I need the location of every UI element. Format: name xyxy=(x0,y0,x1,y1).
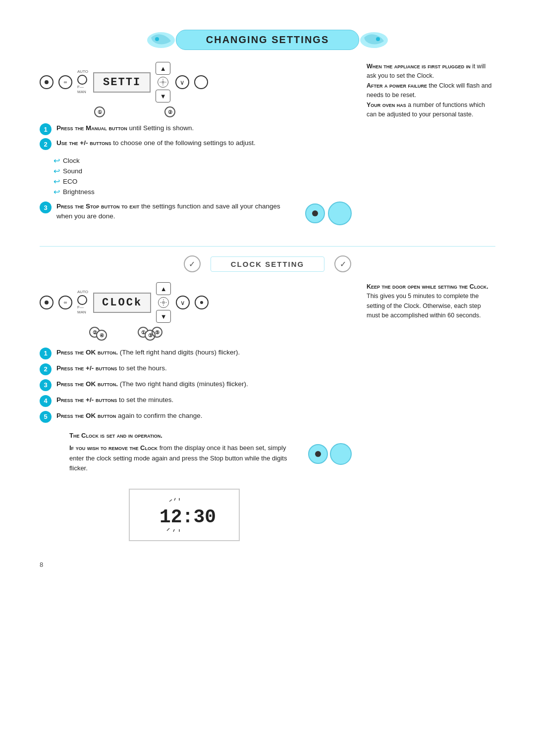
final-stop-button-icon[interactable] xyxy=(308,444,328,464)
clock-step-3-text: Press the OK button. (The two right hand… xyxy=(56,379,248,389)
clock-step-3-badge: 3 xyxy=(40,379,52,391)
svg-point-3 xyxy=(376,37,380,41)
chevron-left-icon[interactable]: ✓ xyxy=(184,255,201,272)
settings-left-col: ∞ AUTO F— MAN SETTI ▲ ▼ ∨ xyxy=(40,62,352,237)
final-stop-button-visual xyxy=(308,443,352,465)
decorative-left-icon xyxy=(146,30,176,50)
final-stop-large-circle xyxy=(330,443,352,465)
clock-right-dot xyxy=(200,301,203,304)
stop-large-circle xyxy=(328,202,352,225)
badge-135-container: ① ③ ⑤ xyxy=(138,327,157,341)
section-header-changing-settings: CHANGING SETTINGS xyxy=(40,30,495,50)
clock-step-2-text: Press the +/- buttons to set the hours. xyxy=(56,363,167,373)
badges-row-clock: ② ④ ① ③ ⑤ xyxy=(89,327,352,341)
clock-step-5: 5 Press the OK button again to confirm t… xyxy=(40,411,352,423)
clock-step-1-badge: 1 xyxy=(40,348,52,359)
bullet-eco: ↩ECO xyxy=(54,177,352,186)
clock-step-5-text: Press the OK button again to confirm the… xyxy=(56,411,202,421)
changing-settings-title: CHANGING SETTINGS xyxy=(176,30,359,50)
clock-section-header: ✓ CLOCK SETTING ✓ xyxy=(40,255,495,272)
clock-infinity-button: ∞ xyxy=(58,296,72,309)
arrow-brightness-icon: ↩ xyxy=(54,187,60,197)
final-stop-dot xyxy=(315,451,321,457)
svg-line-18 xyxy=(173,529,174,532)
svg-line-15 xyxy=(174,498,175,501)
chevron-right-icon[interactable]: ✓ xyxy=(334,255,351,272)
arrow-sound-icon: ↩ xyxy=(54,166,60,176)
v-symbol: ∨ xyxy=(180,79,185,86)
clock-v-button[interactable]: ∨ xyxy=(176,296,190,309)
settings-steps-list: 1 Press the Manual button until Setting … xyxy=(40,123,352,150)
radio-button-icon xyxy=(40,75,54,89)
right-button-icon[interactable] xyxy=(194,75,208,89)
clock-side-note: Keep the door open while setting the Clo… xyxy=(367,282,495,541)
control-strip-settings: ∞ AUTO F— MAN SETTI ▲ ▼ ∨ xyxy=(40,62,352,102)
clock-step-3: 3 Press the OK button. (The two right ha… xyxy=(40,379,352,391)
stop-dot-icon xyxy=(312,210,318,216)
mode-circle xyxy=(77,75,87,85)
arrow-eco-icon: ↩ xyxy=(54,177,60,186)
step-1-item: 1 Press the Manual button until Setting … xyxy=(40,123,352,135)
clock-step-4-text: Press the +/- buttons to set the minutes… xyxy=(56,395,173,405)
clock-step-2-badge: 2 xyxy=(40,363,52,375)
v-button-icon[interactable]: ∨ xyxy=(175,75,189,89)
clock-step-1-text: Press the OK button. (The left right han… xyxy=(56,348,240,357)
clock-radio-button-icon xyxy=(40,296,54,309)
clock-minus-button[interactable]: ▼ xyxy=(156,310,171,323)
clock-mode-stack: AUTO F— MAN xyxy=(77,290,88,315)
settings-side-note: When the appliance is first plugged in i… xyxy=(367,62,495,237)
settings-control-area: ∞ AUTO F— MAN SETTI ▲ ▼ ∨ xyxy=(40,62,495,237)
sun-icon xyxy=(158,77,168,88)
step-3-text: Press the Stop button to exit the settin… xyxy=(56,202,290,222)
plus-minus-control: ▲ ▼ xyxy=(156,62,170,102)
chevron-left-symbol: ✓ xyxy=(189,259,195,269)
side-note-text: When the appliance is first plugged in i… xyxy=(367,62,495,119)
step-2-badge: 2 xyxy=(40,138,52,150)
final-note-content: If you wish to remove the Clock from the… xyxy=(69,443,352,474)
plus-button[interactable]: ▲ xyxy=(156,62,170,75)
svg-text:12:30: 12:30 xyxy=(160,506,216,528)
svg-line-17 xyxy=(167,528,169,531)
clock-step-2: 2 Press the +/- buttons to set the hours… xyxy=(40,363,352,375)
step-2-text: Use the +/- buttons to choose one of the… xyxy=(56,138,256,148)
clock-f-label: F— xyxy=(77,305,84,310)
page-number: 8 xyxy=(40,561,495,568)
stop-button-icon[interactable] xyxy=(305,203,325,223)
clock-plus-minus-control: ▲ ▼ xyxy=(156,282,171,323)
infinity-button-icon: ∞ xyxy=(58,75,72,89)
clock-steps-list: 1 Press the OK button. (The left right h… xyxy=(40,348,352,423)
clock-step-1: 1 Press the OK button. (The left right h… xyxy=(40,348,352,359)
final-note-box: The Clock is set and in operation. If yo… xyxy=(69,431,352,474)
clock-v-symbol: ∨ xyxy=(180,299,185,306)
clock-man-label: MAN xyxy=(77,310,86,315)
decorative-right-icon xyxy=(359,30,389,50)
badges-row-settings: ① ② xyxy=(94,106,352,117)
svg-point-4 xyxy=(161,81,164,84)
clock-step-4: 4 Press the +/- buttons to set the minut… xyxy=(40,395,352,407)
clock-display: CLOCk xyxy=(93,293,151,313)
badge-1-settings: ① xyxy=(94,106,105,117)
minus-button[interactable]: ▼ xyxy=(156,90,170,102)
step-1-text: Press the Manual button until Setting is… xyxy=(56,123,194,133)
svg-point-1 xyxy=(155,37,159,41)
clock-display-area: 12:30 xyxy=(79,484,352,541)
dot-icon xyxy=(45,80,49,84)
clock-plus-button[interactable]: ▲ xyxy=(156,282,171,295)
clock-time-svg: 12:30 xyxy=(145,498,224,532)
badge-2-settings: ② xyxy=(164,106,175,117)
clock-left-col: ∞ AUTO F— MAN CLOCk ▲ ▼ ∨ xyxy=(40,282,352,541)
step-3-badge: 3 xyxy=(40,202,52,213)
bullet-clock: ↩Clock xyxy=(54,156,352,165)
clock-right-circle xyxy=(195,296,209,309)
clock-time-display-box: 12:30 xyxy=(129,489,240,541)
bullet-brightness: ↩Brightness xyxy=(54,187,352,197)
clock-side-note-text: Keep the door open while setting the Clo… xyxy=(367,282,495,321)
clock-sun-icon xyxy=(158,297,169,308)
auto-label: AUTO xyxy=(77,69,88,74)
control-strip-clock: ∞ AUTO F— MAN CLOCk ▲ ▼ ∨ xyxy=(40,282,352,323)
badge-24-container: ② ④ xyxy=(89,327,108,341)
final-note-title: The Clock is set and in operation. xyxy=(69,431,352,441)
settings-bullet-list: ↩Clock ↩Sound ↩ECO ↩Brightness xyxy=(54,156,352,197)
clock-step-5-badge: 5 xyxy=(40,411,52,423)
clock-step-4-badge: 4 xyxy=(40,395,52,407)
